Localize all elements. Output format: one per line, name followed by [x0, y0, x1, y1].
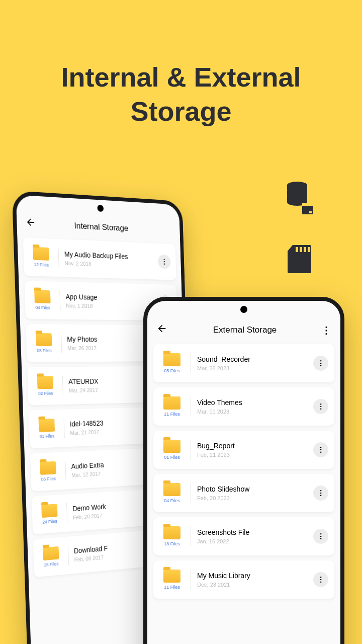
folder-date: Mar, 28 2023	[197, 365, 313, 371]
folder-info: Sound_Recorder Mar, 28 2023	[197, 355, 313, 371]
folder-icon	[163, 396, 180, 410]
divider	[65, 461, 66, 480]
folder-info: Bug_Report Feb, 21 2023	[197, 442, 313, 458]
divider	[66, 503, 67, 523]
item-overflow-button[interactable]: ⋯	[313, 356, 328, 371]
folder-name: My Music Library	[197, 572, 313, 580]
folder-item[interactable]: 12 Files My Audio Backup Files Nov, 2 20…	[23, 237, 176, 280]
file-count: 18 Files	[159, 541, 185, 546]
screen-title: Internal Storage	[36, 219, 172, 235]
folder-icon-block: 06 Files	[36, 461, 60, 482]
headline-line1: Internal & External	[61, 62, 301, 92]
item-overflow-button[interactable]: ⋯	[313, 399, 328, 414]
item-overflow-button[interactable]: ⋯	[313, 529, 328, 544]
screen-title: External Storage	[167, 325, 322, 335]
file-count: 15 Files	[39, 561, 63, 568]
divider	[191, 353, 191, 373]
file-count: 06 Files	[37, 476, 60, 482]
folder-icon	[36, 333, 52, 346]
folder-icon	[163, 483, 180, 496]
folder-item[interactable]: 04 Files Photo Slideshow Feb, 20 2023 ⋯	[153, 474, 334, 512]
folder-item[interactable]: 01 Files Bug_Report Feb, 21 2023 ⋯	[153, 431, 334, 469]
back-button[interactable]	[156, 323, 167, 337]
divider	[59, 291, 60, 310]
overflow-menu-button[interactable]: ⋯	[321, 326, 333, 335]
folder-icon-block: 08 Files	[32, 333, 56, 353]
file-count: 11 Files	[159, 585, 185, 590]
folder-icon	[34, 290, 51, 303]
folder-date: Feb, 20 2023	[197, 495, 313, 501]
folder-item[interactable]: 11 Files My Music Library Dec, 23 2021 ⋯	[153, 560, 334, 599]
folder-item[interactable]: 05 Files Sound_Recorder Mar, 28 2023 ⋯	[153, 344, 334, 382]
folder-icon-block: 15 Files	[39, 546, 63, 568]
divider	[64, 418, 65, 438]
item-overflow-button[interactable]: ⋯	[313, 572, 328, 587]
divider	[191, 440, 191, 460]
folder-icon-block: 01 Files	[159, 440, 185, 460]
folder-date: Feb, 21 2023	[197, 452, 313, 458]
folder-icon-block: 01 Files	[35, 419, 59, 439]
item-overflow-button[interactable]: ⋯	[313, 486, 328, 501]
folder-icon	[163, 526, 180, 539]
divider	[68, 545, 69, 565]
file-count: 01 Files	[159, 455, 185, 460]
folder-info: My Music Library Dec, 23 2021	[197, 572, 313, 588]
divider	[62, 376, 63, 395]
folder-icon-block: 11 Files	[159, 396, 185, 417]
folder-name: Sound_Recorder	[197, 355, 313, 363]
folder-icon	[163, 570, 180, 583]
file-list: 05 Files Sound_Recorder Mar, 28 2023 ⋯ 1…	[147, 344, 340, 599]
folder-icon	[163, 353, 180, 366]
file-count: 04 Files	[31, 305, 55, 310]
phone-external-storage: External Storage ⋯ 05 Files Sound_Record…	[143, 297, 344, 644]
file-count: 01 Files	[35, 433, 59, 439]
divider	[58, 248, 59, 268]
folder-icon	[37, 376, 54, 389]
folder-name: Screenshots File	[197, 528, 313, 536]
divider	[191, 526, 191, 546]
folder-name: Photo Slideshow	[197, 485, 313, 493]
folder-icon-block: 04 Files	[31, 290, 55, 310]
file-count: 04 Files	[159, 498, 185, 503]
item-overflow-button[interactable]: ⋯	[158, 255, 171, 269]
folder-icon	[33, 247, 49, 261]
folder-info: App Usage Nov, 1 2018	[65, 293, 159, 310]
folder-date: Dec, 23 2021	[197, 582, 313, 588]
folder-name: My Audio Backup Files	[64, 250, 158, 262]
folder-icon	[41, 504, 57, 518]
file-count: 08 Files	[32, 348, 56, 353]
item-overflow-button[interactable]: ⋯	[313, 442, 328, 457]
headline-line2: Storage	[130, 96, 231, 126]
file-count: 02 Files	[34, 391, 57, 396]
folder-date: Mar, 01 2023	[197, 409, 313, 415]
folder-icon-block: 18 Files	[159, 526, 185, 546]
file-count: 05 Files	[159, 368, 185, 373]
folder-date: Jan, 16 2022	[197, 538, 313, 544]
folder-icon-block: 24 Files	[38, 504, 62, 525]
folder-name: Video Themes	[197, 398, 313, 407]
page-headline: Internal & External Storage	[0, 0, 362, 128]
folder-item[interactable]: 11 Files Video Themes Mar, 01 2023 ⋯	[153, 387, 334, 426]
file-count: 12 Files	[30, 262, 53, 267]
back-button[interactable]	[25, 216, 36, 231]
folder-icon-block: 02 Files	[33, 376, 57, 396]
folder-name: Bug_Report	[197, 442, 313, 450]
folder-info: Screenshots File Jan, 16 2022	[197, 528, 313, 544]
folder-item[interactable]: 18 Files Screenshots File Jan, 16 2022 ⋯	[153, 517, 334, 555]
divider	[191, 570, 191, 590]
file-count: 11 Files	[159, 412, 185, 417]
divider	[191, 396, 191, 417]
folder-date: Nov, 2 2018	[64, 260, 158, 269]
divider	[61, 333, 62, 353]
folder-icon-block: 05 Files	[159, 353, 185, 373]
file-count: 24 Files	[38, 518, 62, 525]
folder-icon	[163, 440, 180, 453]
folder-icon	[40, 461, 56, 475]
folder-name: App Usage	[65, 293, 159, 302]
folder-icon-block: 11 Files	[159, 570, 185, 590]
folder-info: Photo Slideshow Feb, 20 2023	[197, 485, 313, 501]
folder-info: My Audio Backup Files Nov, 2 2018	[64, 250, 158, 269]
phone-notch	[224, 306, 264, 313]
divider	[191, 483, 191, 503]
folder-icon-block: 04 Files	[159, 483, 185, 503]
